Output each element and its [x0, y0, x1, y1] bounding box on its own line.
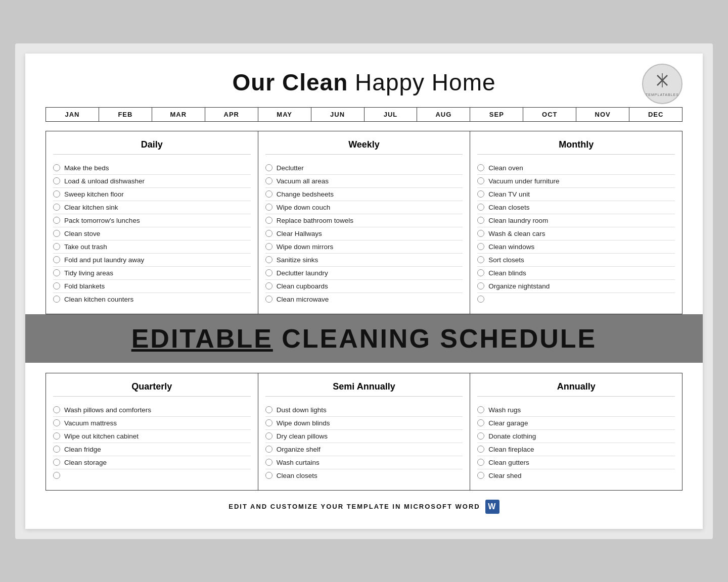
radio-circle[interactable]: [265, 243, 272, 250]
radio-circle[interactable]: [53, 459, 60, 466]
radio-circle[interactable]: [53, 177, 60, 184]
radio-circle[interactable]: [53, 296, 60, 303]
radio-circle[interactable]: [477, 282, 484, 289]
radio-circle[interactable]: [477, 204, 484, 211]
radio-circle[interactable]: [477, 243, 484, 250]
radio-circle[interactable]: [265, 282, 272, 289]
radio-circle[interactable]: [477, 446, 484, 453]
task-item[interactable]: Clean gutters: [477, 456, 675, 469]
task-item[interactable]: Clean closets: [477, 201, 675, 214]
radio-circle[interactable]: [477, 177, 484, 184]
radio-circle[interactable]: [53, 204, 60, 211]
radio-circle[interactable]: [265, 164, 272, 171]
task-item[interactable]: Wipe out kitchen cabinet: [53, 430, 251, 443]
task-item[interactable]: Vacuum all areas: [265, 175, 463, 188]
radio-circle[interactable]: [53, 190, 60, 198]
radio-circle[interactable]: [477, 459, 484, 466]
task-item[interactable]: Clear garage: [477, 417, 675, 430]
radio-circle[interactable]: [265, 419, 272, 426]
radio-circle[interactable]: [477, 164, 484, 171]
task-item[interactable]: Declutter laundry: [265, 267, 463, 280]
radio-circle[interactable]: [53, 419, 60, 426]
task-item[interactable]: Organize nightstand: [477, 280, 675, 293]
task-item[interactable]: Pack tomorrow's lunches: [53, 214, 251, 227]
radio-circle[interactable]: [265, 459, 272, 466]
task-item[interactable]: Wipe down blinds: [265, 417, 463, 430]
task-item[interactable]: Dust down lights: [265, 404, 463, 417]
radio-circle[interactable]: [265, 177, 272, 184]
radio-circle[interactable]: [53, 282, 60, 289]
task-item[interactable]: Sweep kitchen floor: [53, 188, 251, 201]
task-item[interactable]: Load & unload dishwasher: [53, 175, 251, 188]
task-item[interactable]: Clear shed: [477, 469, 675, 482]
radio-circle[interactable]: [265, 190, 272, 198]
task-item[interactable]: Fold blankets: [53, 280, 251, 293]
radio-circle[interactable]: [265, 256, 272, 263]
radio-circle[interactable]: [265, 446, 272, 453]
task-item[interactable]: Take out trash: [53, 240, 251, 254]
task-item[interactable]: Clear Hallways: [265, 227, 463, 240]
task-item[interactable]: Donate clothing: [477, 430, 675, 443]
radio-circle[interactable]: [477, 217, 484, 224]
task-item[interactable]: Clean TV unit: [477, 188, 675, 201]
task-item[interactable]: Wipe down mirrors: [265, 240, 463, 254]
radio-circle[interactable]: [477, 472, 484, 479]
task-item[interactable]: Declutter: [265, 162, 463, 175]
radio-circle[interactable]: [477, 256, 484, 263]
radio-circle[interactable]: [53, 230, 60, 237]
task-item[interactable]: Vacuum mattress: [53, 417, 251, 430]
task-item[interactable]: Fold and put laundry away: [53, 254, 251, 267]
radio-circle[interactable]: [265, 406, 272, 413]
task-item[interactable]: Sort closets: [477, 254, 675, 267]
task-item[interactable]: Sanitize sinks: [265, 254, 463, 267]
task-item[interactable]: Make the beds: [53, 162, 251, 175]
task-item[interactable]: Clean stove: [53, 227, 251, 240]
task-item[interactable]: Organize shelf: [265, 443, 463, 456]
task-item[interactable]: [53, 469, 251, 481]
task-item[interactable]: Wash pillows and comforters: [53, 404, 251, 417]
task-item[interactable]: Clean microwave: [265, 293, 463, 306]
radio-circle[interactable]: [53, 256, 60, 263]
radio-circle[interactable]: [53, 446, 60, 453]
radio-circle[interactable]: [477, 269, 484, 276]
radio-circle[interactable]: [265, 230, 272, 237]
task-item[interactable]: Wash rugs: [477, 404, 675, 417]
radio-circle[interactable]: [265, 472, 272, 479]
task-item[interactable]: Tidy living areas: [53, 267, 251, 280]
task-item[interactable]: Clean kitchen counters: [53, 293, 251, 306]
task-item[interactable]: Clean windows: [477, 240, 675, 254]
radio-circle[interactable]: [53, 432, 60, 440]
radio-circle[interactable]: [265, 204, 272, 211]
radio-circle[interactable]: [53, 269, 60, 276]
radio-circle[interactable]: [265, 296, 272, 303]
task-item[interactable]: Clean fireplace: [477, 443, 675, 456]
radio-circle[interactable]: [477, 190, 484, 198]
radio-circle[interactable]: [477, 419, 484, 426]
task-item[interactable]: Clean blinds: [477, 267, 675, 280]
task-item[interactable]: Clean cupboards: [265, 280, 463, 293]
radio-circle[interactable]: [265, 432, 272, 440]
task-item[interactable]: Clean oven: [477, 162, 675, 175]
radio-circle[interactable]: [477, 230, 484, 237]
task-item[interactable]: Vacuum under furniture: [477, 175, 675, 188]
task-item[interactable]: Wash & clean cars: [477, 227, 675, 240]
task-item[interactable]: Clean closets: [265, 469, 463, 482]
radio-circle[interactable]: [265, 217, 272, 224]
task-item[interactable]: Wash curtains: [265, 456, 463, 469]
radio-circle[interactable]: [53, 472, 60, 479]
radio-circle[interactable]: [53, 406, 60, 413]
task-item[interactable]: Replace bathroom towels: [265, 214, 463, 227]
task-item[interactable]: Clean storage: [53, 456, 251, 469]
task-item[interactable]: Wipe down couch: [265, 201, 463, 214]
radio-circle[interactable]: [53, 217, 60, 224]
radio-circle[interactable]: [265, 269, 272, 276]
radio-circle[interactable]: [53, 243, 60, 250]
task-item[interactable]: Clean laundry room: [477, 214, 675, 227]
radio-circle[interactable]: [477, 296, 484, 303]
task-item[interactable]: [477, 293, 675, 305]
task-item[interactable]: Clear kitchen sink: [53, 201, 251, 214]
task-item[interactable]: Change bedsheets: [265, 188, 463, 201]
task-item[interactable]: Dry clean pillows: [265, 430, 463, 443]
radio-circle[interactable]: [477, 406, 484, 413]
radio-circle[interactable]: [53, 164, 60, 171]
